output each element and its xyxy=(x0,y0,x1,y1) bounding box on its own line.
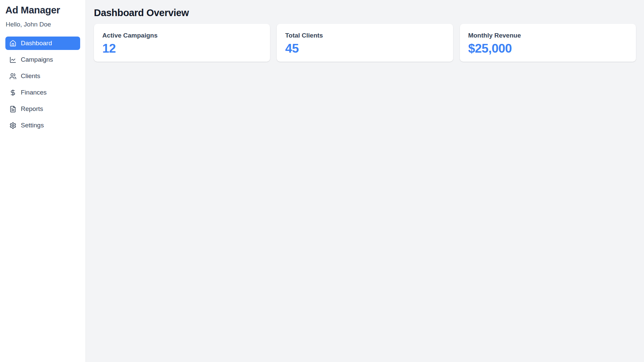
stats-row: Active Campaigns 12 Total Clients 45 Mon… xyxy=(94,24,636,62)
sidebar-item-label: Finances xyxy=(21,89,47,96)
sidebar-item-label: Settings xyxy=(21,122,44,129)
sidebar-item-finances[interactable]: Finances xyxy=(5,86,80,99)
sidebar-item-label: Reports xyxy=(21,105,43,113)
app-root: Ad Manager Hello, John Doe Dashboard xyxy=(0,0,644,362)
main-content: Dashboard Overview Active Campaigns 12 T… xyxy=(86,0,644,362)
sidebar-item-label: Dashboard xyxy=(21,40,52,47)
dollar-sign-icon xyxy=(9,89,16,96)
gear-icon xyxy=(9,122,16,129)
stat-value: $25,000 xyxy=(468,42,628,56)
stat-card-monthly-revenue: Monthly Revenue $25,000 xyxy=(460,24,636,62)
users-icon xyxy=(9,73,16,80)
app-title: Ad Manager xyxy=(5,5,80,16)
sidebar-item-campaigns[interactable]: Campaigns xyxy=(5,53,80,66)
sidebar-item-reports[interactable]: Reports xyxy=(5,102,80,116)
sidebar-item-clients[interactable]: Clients xyxy=(5,69,80,83)
stat-label: Total Clients xyxy=(285,32,444,39)
sidebar: Ad Manager Hello, John Doe Dashboard xyxy=(0,0,86,362)
sidebar-item-settings[interactable]: Settings xyxy=(5,119,80,132)
stat-label: Monthly Revenue xyxy=(468,32,628,39)
sidebar-item-label: Campaigns xyxy=(21,56,53,63)
house-icon xyxy=(9,40,16,47)
page-title: Dashboard Overview xyxy=(94,8,636,18)
file-text-icon xyxy=(9,106,16,113)
sidebar-nav: Dashboard Campaigns xyxy=(5,37,80,132)
stat-value: 45 xyxy=(285,42,444,56)
greeting-text: Hello, John Doe xyxy=(6,21,80,28)
chart-line-icon xyxy=(9,56,16,63)
stat-value: 12 xyxy=(102,42,262,56)
sidebar-item-label: Clients xyxy=(21,72,40,80)
stat-card-total-clients: Total Clients 45 xyxy=(277,24,453,62)
sidebar-item-dashboard[interactable]: Dashboard xyxy=(5,37,80,50)
stat-card-active-campaigns: Active Campaigns 12 xyxy=(94,24,270,62)
stat-label: Active Campaigns xyxy=(102,32,262,39)
